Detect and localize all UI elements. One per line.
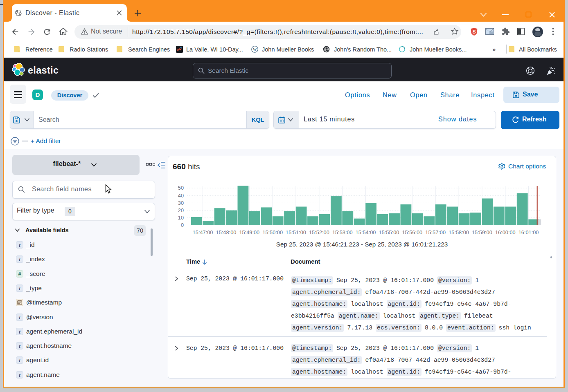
svg-text:10: 10	[178, 215, 184, 221]
svg-text:16:01:00: 16:01:00	[518, 229, 539, 235]
svg-text:15:52:00: 15:52:00	[309, 229, 329, 235]
svg-text:15:55:00: 15:55:00	[379, 229, 399, 235]
svg-text:50: 50	[178, 185, 184, 191]
svg-text:30: 30	[178, 200, 184, 206]
svg-text:15:51:00: 15:51:00	[286, 229, 306, 235]
svg-text:15:48:00: 15:48:00	[216, 229, 237, 235]
svg-text:W: W	[253, 47, 257, 52]
svg-text:40: 40	[178, 193, 184, 199]
svg-text:15:53:00: 15:53:00	[332, 229, 353, 235]
svg-text:15:56:00: 15:56:00	[402, 229, 422, 235]
svg-text:15:49:00: 15:49:00	[239, 229, 259, 235]
svg-text:S: S	[472, 29, 476, 35]
svg-text:16:00:00: 16:00:00	[495, 229, 516, 235]
svg-text:15:47:00: 15:47:00	[193, 229, 213, 235]
svg-text:15:57:00: 15:57:00	[425, 229, 446, 235]
svg-text:15:58:00: 15:58:00	[449, 229, 469, 235]
svg-text:15:59:00: 15:59:00	[472, 229, 492, 235]
svg-text:15:54:00: 15:54:00	[356, 229, 376, 235]
svg-text:15:50:00: 15:50:00	[262, 229, 283, 235]
svg-text:20: 20	[178, 207, 184, 213]
svg-text:0: 0	[181, 222, 184, 228]
